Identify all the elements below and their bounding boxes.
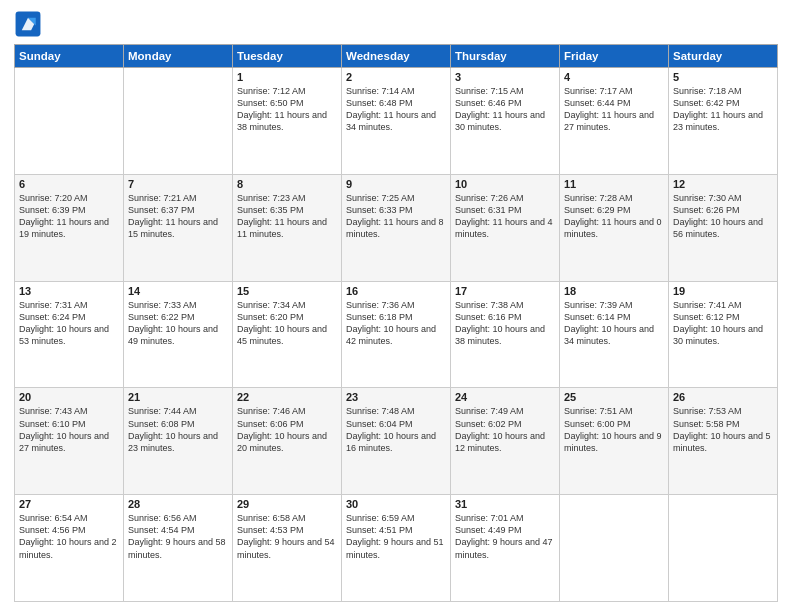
calendar-cell: 4Sunrise: 7:17 AM Sunset: 6:44 PM Daylig…: [560, 68, 669, 175]
calendar-cell: 8Sunrise: 7:23 AM Sunset: 6:35 PM Daylig…: [233, 174, 342, 281]
day-number: 13: [19, 285, 119, 297]
calendar-cell: 15Sunrise: 7:34 AM Sunset: 6:20 PM Dayli…: [233, 281, 342, 388]
day-detail: Sunrise: 7:12 AM Sunset: 6:50 PM Dayligh…: [237, 85, 337, 134]
calendar-cell: 16Sunrise: 7:36 AM Sunset: 6:18 PM Dayli…: [342, 281, 451, 388]
day-number: 21: [128, 391, 228, 403]
day-detail: Sunrise: 7:31 AM Sunset: 6:24 PM Dayligh…: [19, 299, 119, 348]
calendar-cell: 19Sunrise: 7:41 AM Sunset: 6:12 PM Dayli…: [669, 281, 778, 388]
calendar-cell: 1Sunrise: 7:12 AM Sunset: 6:50 PM Daylig…: [233, 68, 342, 175]
calendar-cell: [669, 495, 778, 602]
calendar-cell: 25Sunrise: 7:51 AM Sunset: 6:00 PM Dayli…: [560, 388, 669, 495]
day-detail: Sunrise: 7:44 AM Sunset: 6:08 PM Dayligh…: [128, 405, 228, 454]
day-detail: Sunrise: 6:58 AM Sunset: 4:53 PM Dayligh…: [237, 512, 337, 561]
day-number: 26: [673, 391, 773, 403]
day-number: 18: [564, 285, 664, 297]
calendar-cell: [15, 68, 124, 175]
calendar-cell: 30Sunrise: 6:59 AM Sunset: 4:51 PM Dayli…: [342, 495, 451, 602]
calendar-cell: 7Sunrise: 7:21 AM Sunset: 6:37 PM Daylig…: [124, 174, 233, 281]
day-number: 5: [673, 71, 773, 83]
day-number: 9: [346, 178, 446, 190]
calendar-cell: 28Sunrise: 6:56 AM Sunset: 4:54 PM Dayli…: [124, 495, 233, 602]
day-detail: Sunrise: 7:41 AM Sunset: 6:12 PM Dayligh…: [673, 299, 773, 348]
day-of-week-header: Tuesday: [233, 45, 342, 68]
day-detail: Sunrise: 7:39 AM Sunset: 6:14 PM Dayligh…: [564, 299, 664, 348]
calendar-cell: 13Sunrise: 7:31 AM Sunset: 6:24 PM Dayli…: [15, 281, 124, 388]
day-detail: Sunrise: 7:49 AM Sunset: 6:02 PM Dayligh…: [455, 405, 555, 454]
calendar-cell: 6Sunrise: 7:20 AM Sunset: 6:39 PM Daylig…: [15, 174, 124, 281]
day-number: 10: [455, 178, 555, 190]
day-detail: Sunrise: 7:20 AM Sunset: 6:39 PM Dayligh…: [19, 192, 119, 241]
calendar-cell: 31Sunrise: 7:01 AM Sunset: 4:49 PM Dayli…: [451, 495, 560, 602]
calendar-cell: 21Sunrise: 7:44 AM Sunset: 6:08 PM Dayli…: [124, 388, 233, 495]
day-of-week-header: Friday: [560, 45, 669, 68]
day-of-week-header: Thursday: [451, 45, 560, 68]
day-of-week-header: Monday: [124, 45, 233, 68]
day-number: 25: [564, 391, 664, 403]
day-detail: Sunrise: 7:28 AM Sunset: 6:29 PM Dayligh…: [564, 192, 664, 241]
day-number: 6: [19, 178, 119, 190]
calendar-cell: 14Sunrise: 7:33 AM Sunset: 6:22 PM Dayli…: [124, 281, 233, 388]
day-number: 23: [346, 391, 446, 403]
day-number: 30: [346, 498, 446, 510]
calendar-cell: [124, 68, 233, 175]
day-number: 28: [128, 498, 228, 510]
calendar-cell: 5Sunrise: 7:18 AM Sunset: 6:42 PM Daylig…: [669, 68, 778, 175]
day-detail: Sunrise: 6:59 AM Sunset: 4:51 PM Dayligh…: [346, 512, 446, 561]
calendar-cell: 20Sunrise: 7:43 AM Sunset: 6:10 PM Dayli…: [15, 388, 124, 495]
calendar-cell: 24Sunrise: 7:49 AM Sunset: 6:02 PM Dayli…: [451, 388, 560, 495]
day-of-week-header: Wednesday: [342, 45, 451, 68]
calendar-cell: 10Sunrise: 7:26 AM Sunset: 6:31 PM Dayli…: [451, 174, 560, 281]
day-number: 15: [237, 285, 337, 297]
day-number: 12: [673, 178, 773, 190]
day-detail: Sunrise: 7:46 AM Sunset: 6:06 PM Dayligh…: [237, 405, 337, 454]
day-detail: Sunrise: 7:14 AM Sunset: 6:48 PM Dayligh…: [346, 85, 446, 134]
day-detail: Sunrise: 7:26 AM Sunset: 6:31 PM Dayligh…: [455, 192, 555, 241]
day-number: 3: [455, 71, 555, 83]
day-detail: Sunrise: 7:36 AM Sunset: 6:18 PM Dayligh…: [346, 299, 446, 348]
logo: [14, 10, 46, 38]
calendar-cell: 17Sunrise: 7:38 AM Sunset: 6:16 PM Dayli…: [451, 281, 560, 388]
day-number: 19: [673, 285, 773, 297]
day-detail: Sunrise: 7:43 AM Sunset: 6:10 PM Dayligh…: [19, 405, 119, 454]
day-of-week-header: Saturday: [669, 45, 778, 68]
day-detail: Sunrise: 7:48 AM Sunset: 6:04 PM Dayligh…: [346, 405, 446, 454]
day-detail: Sunrise: 7:38 AM Sunset: 6:16 PM Dayligh…: [455, 299, 555, 348]
day-number: 17: [455, 285, 555, 297]
day-number: 11: [564, 178, 664, 190]
day-number: 14: [128, 285, 228, 297]
day-number: 31: [455, 498, 555, 510]
calendar-table: SundayMondayTuesdayWednesdayThursdayFrid…: [14, 44, 778, 602]
calendar-cell: [560, 495, 669, 602]
logo-icon: [14, 10, 42, 38]
day-detail: Sunrise: 7:34 AM Sunset: 6:20 PM Dayligh…: [237, 299, 337, 348]
day-number: 29: [237, 498, 337, 510]
day-detail: Sunrise: 7:15 AM Sunset: 6:46 PM Dayligh…: [455, 85, 555, 134]
day-detail: Sunrise: 7:21 AM Sunset: 6:37 PM Dayligh…: [128, 192, 228, 241]
calendar-cell: 9Sunrise: 7:25 AM Sunset: 6:33 PM Daylig…: [342, 174, 451, 281]
day-detail: Sunrise: 6:56 AM Sunset: 4:54 PM Dayligh…: [128, 512, 228, 561]
calendar-cell: 3Sunrise: 7:15 AM Sunset: 6:46 PM Daylig…: [451, 68, 560, 175]
day-number: 2: [346, 71, 446, 83]
calendar-cell: 11Sunrise: 7:28 AM Sunset: 6:29 PM Dayli…: [560, 174, 669, 281]
day-number: 4: [564, 71, 664, 83]
calendar-cell: 27Sunrise: 6:54 AM Sunset: 4:56 PM Dayli…: [15, 495, 124, 602]
calendar-cell: 29Sunrise: 6:58 AM Sunset: 4:53 PM Dayli…: [233, 495, 342, 602]
day-number: 24: [455, 391, 555, 403]
day-detail: Sunrise: 7:33 AM Sunset: 6:22 PM Dayligh…: [128, 299, 228, 348]
day-of-week-header: Sunday: [15, 45, 124, 68]
day-number: 7: [128, 178, 228, 190]
calendar-cell: 26Sunrise: 7:53 AM Sunset: 5:58 PM Dayli…: [669, 388, 778, 495]
day-number: 16: [346, 285, 446, 297]
calendar-cell: 23Sunrise: 7:48 AM Sunset: 6:04 PM Dayli…: [342, 388, 451, 495]
calendar-cell: 2Sunrise: 7:14 AM Sunset: 6:48 PM Daylig…: [342, 68, 451, 175]
day-detail: Sunrise: 7:53 AM Sunset: 5:58 PM Dayligh…: [673, 405, 773, 454]
day-detail: Sunrise: 7:17 AM Sunset: 6:44 PM Dayligh…: [564, 85, 664, 134]
day-number: 27: [19, 498, 119, 510]
day-number: 20: [19, 391, 119, 403]
day-number: 22: [237, 391, 337, 403]
calendar-cell: 12Sunrise: 7:30 AM Sunset: 6:26 PM Dayli…: [669, 174, 778, 281]
day-detail: Sunrise: 7:30 AM Sunset: 6:26 PM Dayligh…: [673, 192, 773, 241]
day-detail: Sunrise: 7:23 AM Sunset: 6:35 PM Dayligh…: [237, 192, 337, 241]
calendar-cell: 18Sunrise: 7:39 AM Sunset: 6:14 PM Dayli…: [560, 281, 669, 388]
day-detail: Sunrise: 7:51 AM Sunset: 6:00 PM Dayligh…: [564, 405, 664, 454]
